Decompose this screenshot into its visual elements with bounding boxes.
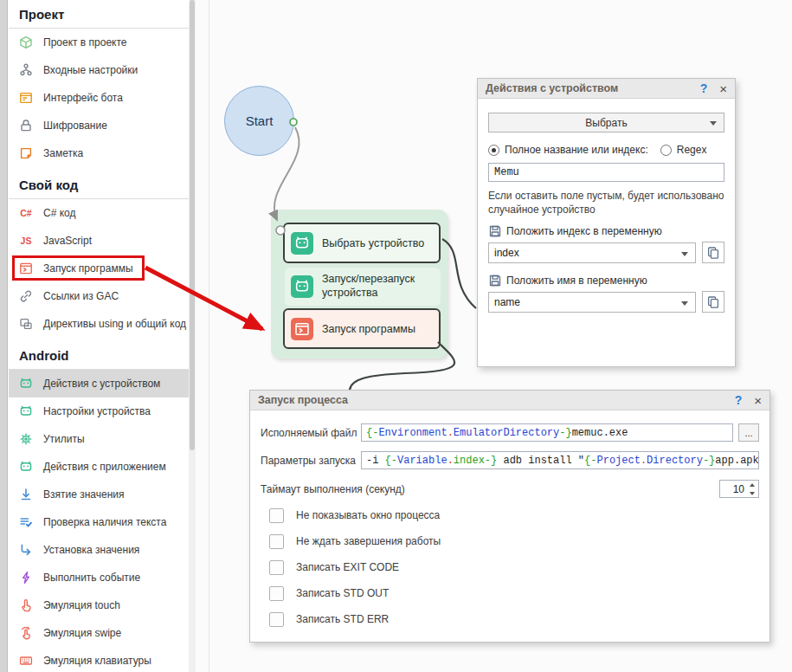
help-icon[interactable]: ? — [735, 393, 743, 407]
copy-icon — [706, 295, 720, 309]
number-spinner[interactable] — [747, 481, 757, 497]
flow-block-label: Выбрать устройство — [322, 237, 424, 249]
sidebar-item-label: Установка значения — [43, 544, 139, 556]
sidebar-item[interactable]: Ссылки из GAC — [9, 282, 189, 310]
sidebar-item[interactable]: Эмуляция touch — [9, 591, 189, 619]
sidebar-item-label: Интерфейс бота — [43, 92, 123, 104]
radio-full-name[interactable] — [488, 145, 499, 156]
svg-text:C#: C# — [20, 208, 32, 218]
sidebar-item[interactable]: Проверка наличия текста — [9, 508, 189, 536]
sidebar-item-label: Действия с устройством — [43, 378, 160, 390]
spinner-up-icon — [750, 483, 755, 487]
sidebar-item[interactable]: Проект в проекте — [9, 29, 189, 56]
arguments-input[interactable]: -i {-Variable.index-} adb install "{-Pro… — [361, 451, 759, 469]
checkbox[interactable] — [269, 508, 284, 523]
option-row: Записать STD OUT — [269, 585, 759, 602]
copy-variable-button[interactable] — [702, 242, 724, 263]
browse-file-button[interactable]: ... — [738, 423, 759, 442]
sidebar-item[interactable]: Заметка — [9, 139, 189, 167]
svg-text:JS: JS — [21, 236, 32, 246]
checkbox[interactable] — [269, 586, 284, 601]
chevron-down-icon — [681, 252, 688, 256]
sidebar-item-label: Эмуляция touch — [43, 599, 120, 611]
sidebar-item[interactable]: Установка значения — [9, 536, 189, 564]
sidebar-item-label: Заметка — [43, 147, 83, 159]
sidebar-item[interactable]: Входные настройки — [9, 56, 189, 84]
device-name-input[interactable]: Memu — [488, 163, 724, 182]
csharp-icon: C# — [19, 206, 33, 220]
sidebar-item[interactable]: Настройки устройства — [9, 397, 189, 425]
flow-block-select-device[interactable]: Выбрать устройство — [283, 223, 441, 263]
flow-block-run-program[interactable]: Запуск программы — [283, 308, 441, 349]
sidebar-item[interactable]: C#C# код — [9, 199, 189, 227]
sidebar-item-label: Эмуляция клавиатуры — [43, 655, 151, 667]
index-variable-select[interactable]: index — [488, 242, 696, 263]
radio-regex[interactable] — [660, 145, 672, 156]
checkbox-label: Записать STD ERR — [296, 613, 389, 625]
store-index-label: Положить индекс в переменную — [506, 225, 662, 237]
scrollbar-thumb[interactable] — [190, 0, 195, 450]
process-options-list: Не показывать окно процессаНе ждать заве… — [261, 507, 759, 628]
dialog-titlebar[interactable]: Запуск процесса ? × — [250, 391, 769, 410]
name-variable-select[interactable]: name — [488, 292, 696, 313]
sidebar-item[interactable]: Шифрование — [9, 112, 189, 139]
dialog-titlebar[interactable]: Действия с устройством ? × — [478, 79, 735, 99]
run-process-dialog: Запуск процесса ? × Исполняемый файл {-E… — [249, 390, 770, 643]
sidebar-item[interactable]: Утилиты — [9, 425, 189, 453]
save-variable-icon — [488, 274, 502, 288]
sidebar-item-label: Взятие значения — [43, 488, 125, 501]
help-icon[interactable]: ? — [700, 81, 708, 95]
sidebar-item-label: Проверка наличия текста — [43, 516, 166, 528]
sidebar-item-label: C# код — [43, 207, 75, 219]
sidebar-item-label: JavaScript — [43, 235, 92, 247]
sidebar-scrollbar[interactable] — [189, 0, 196, 672]
touch-icon — [19, 598, 33, 612]
timeout-input[interactable]: 10 — [719, 480, 759, 498]
save-variable-icon — [488, 224, 502, 238]
sidebar-item[interactable]: Эмуляция swipe — [9, 619, 189, 647]
sidebar-item[interactable]: Эмуляция клавиатуры — [9, 647, 189, 672]
keyboard-icon — [19, 654, 33, 668]
copy-variable-button[interactable] — [702, 291, 724, 313]
sidebar-item[interactable]: Директивы using и общий код — [9, 310, 189, 338]
checkbox[interactable] — [269, 534, 284, 549]
select-device-dropdown[interactable]: Выбрать — [488, 113, 724, 132]
sidebar-item[interactable]: Действия с приложением — [9, 453, 189, 481]
link-icon — [19, 289, 33, 303]
window-edge — [0, 0, 8, 672]
flow-block-restart-device[interactable]: Запуск/перезапуск устройства — [285, 268, 441, 306]
start-node[interactable]: Start — [224, 86, 294, 156]
sidebar-item-label: Запуск программы — [43, 262, 133, 275]
sidebar-item[interactable]: JSJavaScript — [9, 227, 189, 255]
chevron-down-icon — [710, 121, 717, 126]
sidebar-item-label: Эмуляция swipe — [43, 627, 121, 639]
sidebar-item[interactable]: Взятие значения — [9, 481, 189, 508]
palette-sidebar-content: ПроектПроект в проектеВходные настройкиИ… — [9, 0, 189, 672]
sidebar-item-label: Ссылки из GAC — [43, 290, 119, 302]
close-icon[interactable]: × — [754, 394, 762, 407]
option-row: Не показывать окно процесса — [269, 507, 759, 524]
cube-icon — [19, 36, 33, 49]
sidebar-section-title: Проект — [9, 2, 189, 28]
select-device-dropdown-label: Выбрать — [585, 117, 627, 129]
copy-icon — [706, 246, 720, 260]
sidebar-item[interactable]: Выполнить событие — [9, 564, 189, 591]
close-icon[interactable]: × — [719, 82, 727, 95]
executable-label: Исполняемый файл — [261, 427, 361, 439]
sidebar-section-title: Свой код — [9, 172, 189, 198]
checkbox[interactable] — [269, 560, 284, 575]
flow-block-label: Запуск/перезапуск устройства — [322, 273, 429, 300]
android-icon — [19, 404, 33, 418]
sidebar-item-label: Проект в проекте — [43, 36, 127, 48]
radio-regex-label: Regex — [677, 144, 707, 156]
panel-divider — [209, 0, 209, 672]
sidebar-item[interactable]: Запуск программы — [9, 255, 189, 282]
sidebar-item-label: Утилиты — [43, 433, 85, 445]
checkbox[interactable] — [269, 612, 284, 627]
run-program-icon — [19, 262, 33, 275]
sidebar-item[interactable]: Интерфейс бота — [9, 84, 189, 112]
executable-path-input[interactable]: {-Environment.EmulatorDirectory-}memuc.e… — [361, 423, 733, 442]
arguments-label: Параметры запуска — [261, 455, 361, 467]
js-icon: JS — [19, 234, 33, 248]
sidebar-item[interactable]: Действия с устройством — [9, 370, 189, 397]
